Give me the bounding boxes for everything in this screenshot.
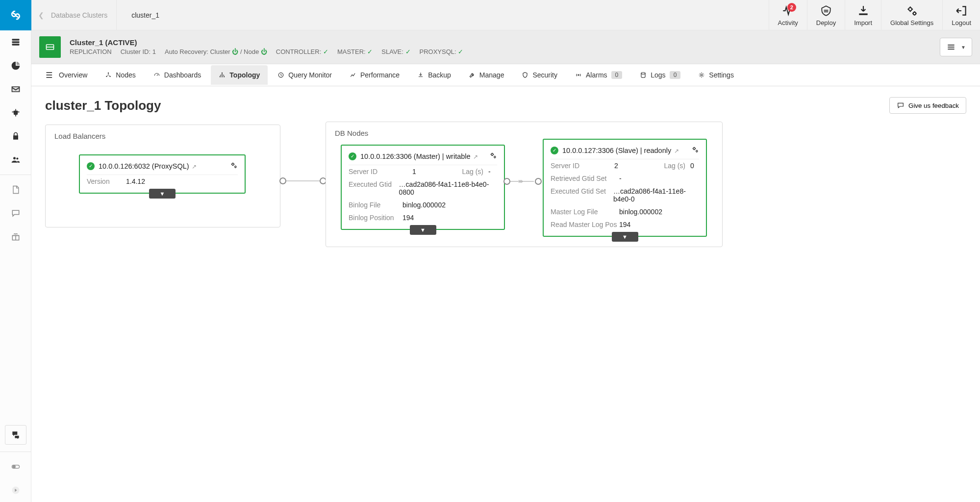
logout-icon [955,4,968,17]
sidebar-plugin-icon[interactable] [0,101,31,125]
svg-rect-1 [12,41,19,43]
tab-dashboards[interactable]: Dashboards [146,65,209,85]
master-node-card[interactable]: ✓ 10.0.0.126:3306 (Master) | writable ↗ … [341,145,505,230]
svg-point-26 [578,75,579,75]
breadcrumb: ❮ Database Clusters [31,11,107,19]
kv-value: …cad2a086-f4a1-11e8-b4e0-0800 [399,180,497,196]
kv-row: Retrieved Gtid Set- [551,172,699,185]
proxysql-status: PROXYSQL: ✓ [420,48,464,56]
tab-alarms[interactable]: Alarms0 [567,65,630,85]
activity-button[interactable]: 2 Activity [769,0,807,30]
svg-point-21 [222,73,223,74]
kv-value: …cad2a086-f4a1-11e8-b4e0-0 [613,187,699,203]
logs-count: 0 [670,71,681,79]
cluster-actions-menu[interactable]: ▼ [940,38,972,56]
kv-value: - [619,175,622,182]
tab-topology[interactable]: Topology [211,65,268,85]
tab-backup[interactable]: Backup [409,65,459,85]
svg-point-18 [108,73,109,74]
sidebar-analytics-icon[interactable] [0,54,31,77]
expand-toggle[interactable]: ▼ [149,189,176,199]
slave-node-card[interactable]: ✓ 10.0.0.127:3306 (Slave) | readonly ↗ S… [543,139,707,237]
shield-icon [522,72,528,78]
svg-point-33 [693,148,695,150]
svg-point-22 [220,76,221,77]
tab-overview[interactable]: Overview [37,64,95,86]
tab-logs[interactable]: Logs0 [632,65,688,85]
kv-key: Executed Gtid Set [551,187,613,203]
sidebar-users-icon[interactable] [0,148,31,172]
expand-toggle[interactable]: ▼ [410,225,436,235]
svg-point-34 [696,151,698,152]
breadcrumb-parent-link[interactable]: Database Clusters [51,11,107,19]
node-settings-icon[interactable] [691,146,699,155]
node-settings-icon[interactable] [489,151,497,161]
kv-value: binlog.000002 [619,208,662,216]
svg-point-24 [224,76,225,77]
tab-query-monitor[interactable]: Query Monitor [270,65,340,85]
svg-point-10 [913,12,916,15]
wrench-icon [469,72,476,78]
sidebar-toggle-icon[interactable] [0,455,31,478]
page-title: cluster_1 Topology [45,98,161,113]
tab-nodes[interactable]: Nodes [97,65,143,85]
connector-dot [503,178,510,185]
sidebar-support-chat-icon[interactable] [5,425,26,445]
svg-rect-12 [948,45,954,46]
sidebar-gift-icon[interactable] [0,225,31,249]
topology-canvas: Load Balancers ✓ 10.0.0.126:6032 (ProxyS… [45,125,966,281]
nodes-icon [105,72,112,78]
deploy-button[interactable]: Deploy [807,0,845,30]
svg-point-3 [13,157,16,159]
kv-row: Version1.4.12 [87,175,238,188]
db-nodes-panel: DB Nodes ✓ 10.0.0.126:3306 (Master) | wr… [326,122,723,247]
kv-key: Binlog Position [349,214,402,222]
deploy-icon [820,4,832,17]
list-icon [45,70,55,80]
connector-line [510,181,534,182]
expand-toggle[interactable]: ▼ [612,232,638,242]
proxysql-node-card[interactable]: ✓ 10.0.0.126:6032 (ProxySQL) ↗ Version1.… [79,154,246,194]
topbar: ❮ Database Clusters cluster_1 2 Activity… [31,0,980,30]
external-link-icon[interactable]: ↗ [190,163,197,170]
breadcrumb-back-icon[interactable]: ❮ [38,11,44,19]
svg-rect-13 [948,47,954,48]
global-settings-button[interactable]: Global Settings [881,0,942,30]
external-link-icon[interactable]: ↗ [472,153,478,160]
list-icon [946,42,956,52]
kv-key: Read Master Log Pos [551,221,619,228]
svg-point-7 [13,466,15,468]
external-link-icon[interactable]: ↗ [672,148,678,154]
sidebar-mail-icon[interactable] [0,77,31,101]
sidebar-next-icon[interactable] [0,478,31,502]
sidebar-lock-icon[interactable] [0,125,31,148]
node-settings-icon[interactable] [230,161,238,171]
connector-line [286,180,321,181]
kv-key: Version [87,177,126,185]
svg-rect-0 [12,39,19,40]
logout-button[interactable]: Logout [942,0,980,30]
tab-manage[interactable]: Manage [461,65,512,85]
svg-point-28 [701,74,703,76]
kv-row: Read Master Log Pos194 [551,218,699,231]
slave-node-title: 10.0.0.127:3306 (Slave) | readonly ↗ [562,147,679,154]
tab-performance[interactable]: Performance [342,65,407,85]
sidebar-clusters-icon[interactable] [0,30,31,54]
svg-rect-16 [47,75,52,75]
lb-panel-title: Load Balancers [54,132,105,140]
svg-point-32 [494,156,496,158]
activity-badge: 2 [787,3,796,12]
feedback-button[interactable]: Give us feedback [889,97,966,114]
brand-logo[interactable] [0,0,31,30]
sidebar-chat-icon[interactable] [0,201,31,225]
import-button[interactable]: Import [845,0,881,30]
tab-security[interactable]: Security [514,65,565,85]
cluster-health-icon [39,36,61,58]
kv-key: Retrieved Gtid Set [551,175,619,182]
cluster-title: Cluster_1 (ACTIVE) [70,38,463,48]
tab-settings[interactable]: Settings [690,65,742,85]
sidebar-docs-icon[interactable] [0,178,31,201]
master-status: MASTER: ✓ [337,48,373,56]
kv-key: Master Log File [551,208,619,216]
import-icon [857,4,870,17]
